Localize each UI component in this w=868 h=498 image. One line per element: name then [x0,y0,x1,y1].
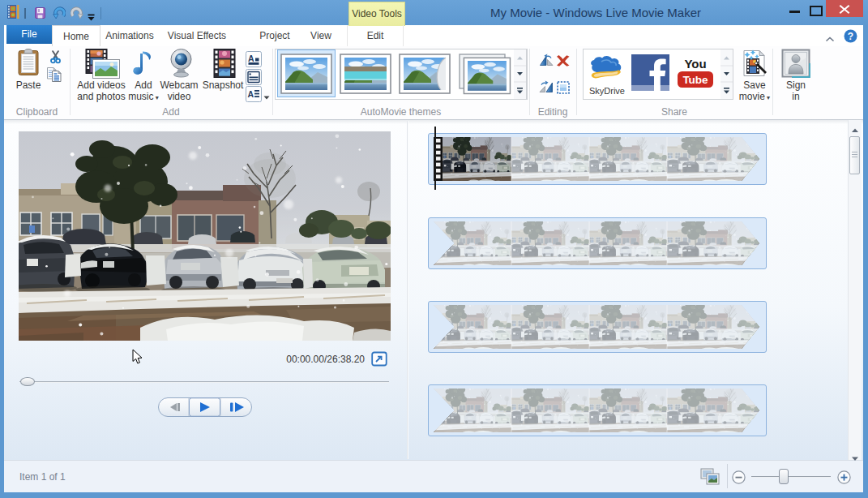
svg-text:You: You [684,57,706,71]
svg-text:Tube: Tube [682,74,708,86]
svg-text:?: ? [848,31,853,42]
